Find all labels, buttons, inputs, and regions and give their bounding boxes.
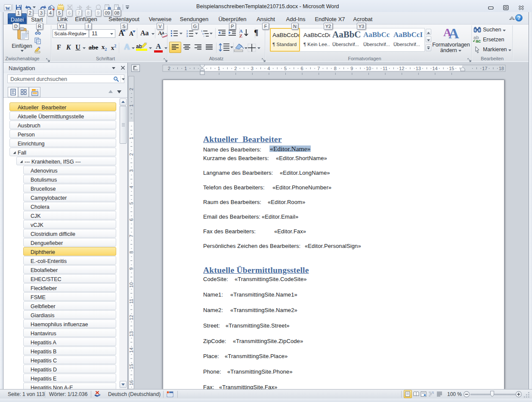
svg-text:16: 16 [129,380,134,385]
svg-text:3: 3 [129,170,134,172]
svg-text:7: 7 [317,66,320,71]
svg-text:4: 4 [129,186,134,189]
svg-text:10: 10 [129,282,134,288]
svg-text:9: 9 [350,66,353,71]
svg-text:17: 17 [482,66,487,71]
svg-text:10: 10 [366,66,371,71]
svg-text:5: 5 [284,66,287,71]
svg-text:6: 6 [301,66,303,71]
svg-text:12: 12 [129,315,134,320]
svg-text:2: 2 [129,153,134,156]
svg-text:13: 13 [416,66,421,71]
svg-text:i: i [204,35,204,37]
svg-text:14: 14 [129,347,134,353]
svg-text:15: 15 [129,364,134,369]
svg-text:6: 6 [129,218,134,221]
svg-text:7: 7 [129,235,134,237]
svg-text:15: 15 [449,66,454,71]
svg-text:4: 4 [267,66,270,71]
svg-text:11: 11 [129,299,134,303]
svg-text:1: 1 [218,66,220,71]
svg-text:3: 3 [186,35,188,37]
svg-text:1: 1 [129,137,134,139]
svg-text:2: 2 [168,66,170,71]
svg-text:8: 8 [334,66,337,71]
svg-text:8: 8 [129,251,134,254]
svg-text:2: 2 [234,66,237,71]
svg-text:5: 5 [129,202,134,204]
svg-text:2: 2 [129,88,134,90]
svg-text:3: 3 [251,66,254,71]
svg-text:12: 12 [399,66,404,71]
svg-text:11: 11 [383,66,387,71]
svg-text:18: 18 [499,66,504,71]
svg-text:13: 13 [129,331,134,337]
svg-text:1: 1 [184,66,187,71]
svg-text:W: W [6,6,10,11]
svg-text:14: 14 [432,66,437,71]
svg-text:9: 9 [129,267,134,270]
svg-text:1: 1 [129,104,134,107]
